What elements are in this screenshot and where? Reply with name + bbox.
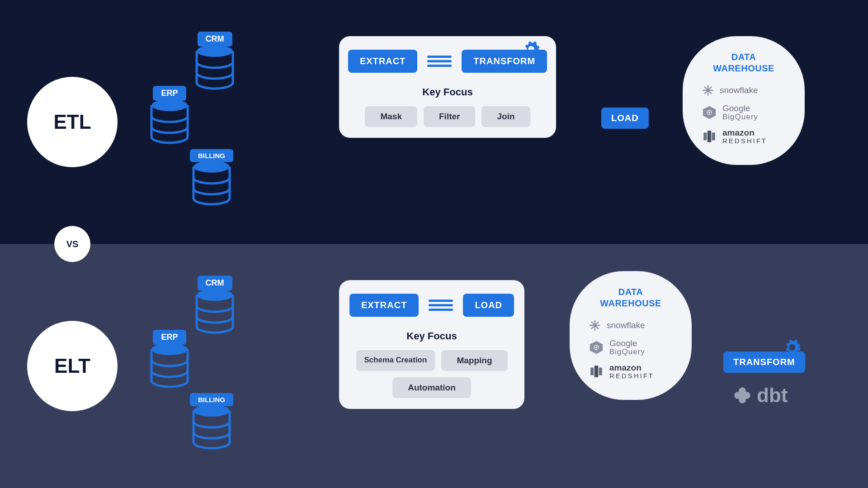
source-billing-elt: BILLING — [190, 393, 233, 454]
database-icon — [149, 343, 190, 393]
bigquery-icon — [702, 105, 717, 120]
chip-mapping: Mapping — [441, 350, 507, 371]
svg-point-24 — [745, 399, 749, 402]
warehouse-title: DATA WAREHOUSE — [713, 52, 774, 74]
source-crm-label: CRM — [198, 276, 232, 291]
svg-point-1 — [151, 99, 188, 111]
database-icon — [191, 404, 232, 454]
chip-automation: Automation — [392, 377, 471, 398]
chip-schema: Schema Creation — [356, 350, 435, 371]
svg-rect-7 — [703, 132, 707, 140]
elt-label-circle: ELT — [27, 321, 118, 411]
load-pill: LOAD — [463, 294, 514, 317]
svg-point-12 — [193, 405, 230, 417]
gear-icon — [522, 40, 541, 59]
dbt-icon — [732, 385, 752, 405]
redshift-icon — [589, 364, 604, 379]
key-focus-title: Key Focus — [422, 86, 472, 98]
pill-row: EXTRACT TRANSFORM — [348, 50, 547, 73]
key-focus-title: Key Focus — [406, 330, 457, 342]
svg-rect-8 — [708, 131, 712, 142]
source-billing-label: BILLING — [190, 393, 233, 406]
dbt-label: dbt — [757, 384, 788, 407]
svg-point-21 — [736, 389, 739, 392]
chip-grid: Mask Filter Join — [365, 106, 530, 127]
vendor-bigquery: GoogleBigQuery — [582, 339, 679, 356]
load-pill: LOAD — [601, 108, 649, 129]
svg-rect-9 — [712, 132, 715, 140]
source-billing: BILLING — [190, 149, 233, 210]
etl-data-warehouse: DATA WAREHOUSE snowflake GoogleBigQuery … — [683, 36, 805, 165]
transform-pill: TRANSFORM — [462, 50, 547, 73]
etl-section: ETL CRM ERP BILLING — [0, 0, 868, 244]
vs-badge: VS — [54, 226, 90, 262]
chip-mask: Mask — [365, 106, 417, 127]
svg-point-11 — [151, 343, 188, 355]
equals-icon — [429, 300, 453, 311]
source-crm-elt: CRM — [194, 276, 235, 338]
extract-pill: EXTRACT — [349, 294, 419, 317]
extract-pill: EXTRACT — [348, 50, 417, 73]
etl-label: ETL — [53, 111, 91, 133]
svg-point-22 — [745, 389, 749, 392]
redshift-icon — [702, 129, 717, 144]
vendor-redshift: amazonREDSHIFT — [582, 363, 679, 380]
source-erp-label: ERP — [153, 86, 186, 101]
svg-point-23 — [736, 399, 739, 402]
vendor-redshift: amazonREDSHIFT — [695, 128, 792, 145]
source-crm: CRM — [194, 32, 235, 94]
svg-rect-20 — [733, 386, 751, 404]
pill-row: EXTRACT LOAD — [349, 294, 514, 317]
source-billing-label: BILLING — [190, 149, 233, 162]
database-icon — [194, 289, 235, 338]
vendor-snowflake: snowflake — [582, 319, 679, 332]
chip-filter: Filter — [424, 106, 475, 127]
bigquery-icon — [589, 340, 604, 355]
source-crm-label: CRM — [198, 32, 232, 47]
snowflake-icon — [589, 319, 601, 332]
dbt-tool: dbt — [732, 384, 788, 407]
elt-section: ELT CRM ERP BILLING — [0, 244, 868, 488]
svg-rect-17 — [590, 367, 594, 375]
vendor-bigquery: GoogleBigQuery — [695, 104, 792, 121]
equals-icon — [427, 56, 452, 67]
snowflake-icon — [702, 84, 714, 97]
source-erp-elt: ERP — [149, 330, 190, 393]
vendor-snowflake: snowflake — [695, 84, 792, 97]
database-icon — [191, 160, 232, 210]
svg-point-0 — [197, 45, 233, 57]
chip-join: Join — [481, 106, 530, 127]
elt-data-warehouse: DATA WAREHOUSE snowflake GoogleBigQuery … — [570, 271, 692, 400]
connector-lines — [0, 0, 136, 68]
transform-pill: TRANSFORM — [723, 352, 805, 373]
elt-label: ELT — [54, 355, 90, 377]
svg-point-2 — [193, 161, 230, 173]
source-erp-label: ERP — [153, 330, 186, 345]
elt-focus-panel: EXTRACT LOAD Key Focus Schema Creation M… — [339, 280, 524, 409]
warehouse-title: DATA WAREHOUSE — [600, 286, 661, 309]
svg-rect-19 — [599, 367, 602, 375]
source-erp: ERP — [149, 86, 190, 149]
database-icon — [194, 45, 235, 94]
svg-point-10 — [197, 289, 233, 301]
svg-rect-18 — [594, 366, 599, 377]
database-icon — [149, 99, 190, 149]
chip-grid: Schema Creation Mapping Automation — [351, 350, 513, 398]
gear-icon — [783, 338, 802, 357]
etl-focus-panel: EXTRACT TRANSFORM Key Focus Mask Filter … — [339, 36, 556, 138]
etl-label-circle: ETL — [27, 77, 118, 167]
